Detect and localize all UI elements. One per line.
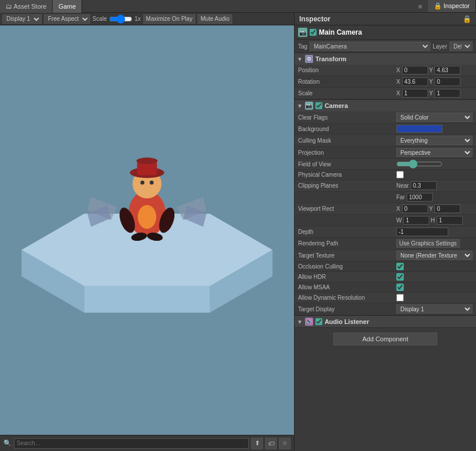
scale-slider[interactable] (109, 16, 132, 23)
viewport-wh-row: W H (295, 215, 476, 226)
inspector-body: 📷 Main Camera Tag MainCamera Layer Defau… (295, 25, 476, 451)
fov-value (396, 160, 473, 168)
tab-inspector[interactable]: 🔒 Inspector (428, 0, 476, 12)
viewport-rect-value: X Y (396, 204, 473, 213)
clipping-planes-value: Near (396, 181, 473, 190)
background-row: Background (295, 124, 476, 135)
scale-value: 1x (135, 16, 141, 22)
fov-row: Field of View (295, 159, 476, 170)
background-color-swatch[interactable] (396, 125, 442, 133)
viewport-x-input[interactable] (402, 204, 428, 213)
search-input[interactable] (14, 438, 249, 449)
clear-flags-select[interactable]: Solid Color (396, 113, 473, 122)
clear-flags-value: Solid Color (396, 113, 473, 122)
rendering-path-label: Rendering Path (298, 240, 396, 247)
target-display-value: Display 1 (396, 304, 473, 314)
allow-msaa-checkbox[interactable] (396, 284, 404, 291)
svg-point-12 (136, 158, 158, 164)
position-y-input[interactable] (434, 66, 460, 74)
near-input[interactable] (411, 181, 437, 190)
clear-flags-label: Clear Flags (298, 114, 396, 121)
audio-listener-name: Audio Listener (325, 318, 369, 325)
allow-hdr-row: Allow HDR (295, 272, 476, 282)
scale-y-input[interactable] (434, 89, 460, 98)
rotation-x-input[interactable] (402, 77, 428, 86)
physical-camera-checkbox[interactable] (396, 171, 404, 178)
inspector-title: Inspector (299, 15, 330, 23)
object-active-checkbox[interactable] (310, 29, 317, 36)
scale-x-input[interactable] (402, 89, 428, 98)
layer-select[interactable]: Defau (449, 42, 473, 51)
allow-dynamic-row: Allow Dynamic Resolution (295, 293, 476, 303)
audio-comp-icon: 🔊 (305, 318, 313, 326)
camera-section: ▼ 📷 Camera Clear Flags Solid Color (295, 100, 476, 316)
position-x-input[interactable]: 0 (402, 66, 428, 74)
target-texture-select[interactable]: None (Render Texture (396, 251, 473, 260)
display-select[interactable]: Display 1 (2, 14, 42, 24)
viewport-wh-value: W H (396, 216, 473, 225)
scale-label: Scale (92, 16, 107, 22)
projection-value: Perspective (396, 148, 473, 157)
tab-asset-store[interactable]: 🗂 Asset Store (0, 0, 53, 13)
audio-listener-header[interactable]: ▼ 🔊 Audio Listener (295, 316, 476, 327)
bottom-icon-2[interactable]: 🏷 (265, 438, 277, 449)
tag-select[interactable]: MainCamera (310, 42, 430, 51)
scale-value: X Y (396, 89, 473, 98)
depth-input[interactable] (396, 228, 448, 236)
camera-checkbox[interactable] (315, 102, 322, 109)
inspector-lock-icon[interactable]: 🔒 (463, 15, 471, 23)
scale-x-label: X (396, 90, 400, 96)
bottom-icon-3[interactable]: ☆ (279, 438, 291, 449)
occlusion-culling-checkbox[interactable] (396, 263, 404, 270)
viewport-h-input[interactable] (437, 216, 463, 225)
background-label: Background (298, 126, 396, 132)
clipping-far-value: Far (396, 193, 473, 202)
fov-slider[interactable] (396, 160, 442, 168)
transform-header[interactable]: ▼ ⚙ Transform (295, 53, 476, 65)
physical-camera-value (396, 171, 473, 178)
camera-header[interactable]: ▼ 📷 Camera (295, 100, 476, 111)
position-label: Position (298, 67, 396, 73)
rotation-row: Rotation X Y (295, 76, 476, 88)
viewport-w-input[interactable] (403, 216, 429, 225)
projection-select[interactable]: Perspective (396, 148, 473, 157)
add-component-button[interactable]: Add Component (333, 333, 437, 345)
occlusion-culling-value (396, 263, 473, 270)
aspect-select[interactable]: Free Aspect (44, 14, 90, 24)
projection-row: Projection Perspective (295, 147, 476, 159)
clipping-far-row: Far (295, 192, 476, 203)
rotation-y-input[interactable] (434, 77, 460, 86)
target-texture-row: Target Texture None (Render Texture (295, 249, 476, 262)
allow-dynamic-label: Allow Dynamic Resolution (298, 295, 396, 301)
culling-mask-row: Culling Mask Everything (295, 135, 476, 147)
allow-dynamic-checkbox[interactable] (396, 294, 404, 301)
svg-point-14 (150, 181, 154, 185)
transform-name: Transform (315, 55, 347, 62)
culling-mask-value: Everything (396, 136, 473, 145)
target-display-select[interactable]: Display 1 (396, 304, 473, 314)
target-texture-value: None (Render Texture (396, 251, 473, 260)
mute-btn[interactable]: Mute Audio (198, 14, 232, 24)
game-panel: Display 1 Free Aspect Scale 1x Maximize … (0, 13, 295, 451)
vp-h-label: H (430, 217, 434, 223)
target-texture-label: Target Texture (298, 252, 396, 259)
maximize-btn[interactable]: Maximize On Play (143, 14, 196, 24)
viewport-y-input[interactable] (434, 204, 460, 213)
tab-menu-button[interactable]: ≡ (415, 3, 425, 10)
allow-hdr-checkbox[interactable] (396, 273, 404, 281)
bottom-icon-1[interactable]: ⬆ (251, 438, 263, 449)
camera-name: Camera (325, 102, 348, 109)
game-bottom-bar: 🔍 ⬆ 🏷 ☆ (0, 435, 294, 451)
vp-x-label: X (396, 206, 400, 212)
culling-mask-select[interactable]: Everything (396, 136, 473, 145)
game-tab-label: Game (58, 3, 76, 10)
rendering-path-btn[interactable]: Use Graphics Settings (396, 239, 460, 248)
camera-comp-icon: 📷 (305, 102, 313, 110)
add-component-container: Add Component (295, 328, 476, 350)
allow-hdr-value (396, 273, 473, 281)
depth-label: Depth (298, 229, 396, 235)
tab-game[interactable]: Game (53, 0, 82, 13)
far-input[interactable] (407, 193, 433, 202)
audio-listener-checkbox[interactable] (315, 318, 322, 325)
allow-msaa-value (396, 284, 473, 291)
